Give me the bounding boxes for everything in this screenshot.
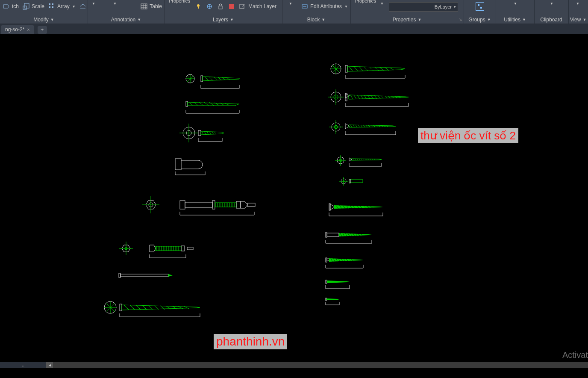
panel-title-block[interactable]: Block▼ xyxy=(282,17,350,23)
panel-title-view[interactable]: View▼ xyxy=(568,17,588,23)
match-layer-button[interactable]: Match Layer xyxy=(239,3,276,10)
new-tab-button[interactable]: + xyxy=(38,26,47,34)
svg-line-136 xyxy=(369,67,373,71)
ribbon: tch Scale Array ▼ Modify▼ xyxy=(0,0,588,24)
document-tab[interactable]: ng-so-2* × xyxy=(1,25,34,34)
layer-color-icon[interactable] xyxy=(228,3,235,10)
stretch-button[interactable]: tch xyxy=(3,3,19,10)
svg-rect-105 xyxy=(121,274,168,277)
drawing-canvas[interactable]: thư viện ốc vít số 2 phanthinh.vn xyxy=(0,34,588,368)
panel-title-utilities[interactable]: Utilities▼ xyxy=(496,17,534,23)
dimension-dropdown[interactable]: ▼ xyxy=(112,0,117,6)
svg-line-198 xyxy=(372,159,373,160)
annotation-watermark: phanthinh.vn xyxy=(214,334,287,349)
svg-rect-244 xyxy=(326,280,327,284)
scale-button[interactable]: Scale xyxy=(22,3,44,10)
svg-line-197 xyxy=(370,159,371,160)
svg-line-56 xyxy=(212,132,214,134)
panel-title-modify[interactable]: Modify▼ xyxy=(0,17,88,23)
panel-groups: Group Groups▼ xyxy=(464,0,496,24)
panel-title-properties[interactable]: Properties▼ xyxy=(350,17,464,23)
svg-rect-3 xyxy=(52,3,53,5)
trim-icon xyxy=(79,3,87,10)
screw-block xyxy=(179,125,248,143)
svg-line-176 xyxy=(371,125,373,127)
svg-line-168 xyxy=(350,125,352,127)
svg-rect-64 xyxy=(185,202,212,207)
svg-line-39 xyxy=(189,102,193,106)
svg-line-116 xyxy=(136,305,141,310)
svg-rect-58 xyxy=(175,159,181,170)
match-properties-button[interactable]: Match Properties xyxy=(355,0,376,3)
match-layer-icon xyxy=(239,3,247,10)
screw-block xyxy=(329,203,393,219)
svg-rect-112 xyxy=(120,304,122,311)
svg-rect-63 xyxy=(180,201,185,209)
panel-title-layers[interactable]: Layers▼ xyxy=(165,17,282,23)
svg-rect-246 xyxy=(326,298,326,301)
screw-block xyxy=(184,98,248,115)
svg-rect-0 xyxy=(23,6,26,9)
layer-freeze-icon[interactable] xyxy=(206,3,213,10)
match-properties-dropdown[interactable]: ▼ xyxy=(379,0,384,6)
panel-layers: Layer Properties Match Layer Layers▼ xyxy=(165,0,282,24)
screw-block xyxy=(143,197,263,216)
screw-block xyxy=(175,158,226,176)
svg-line-114 xyxy=(124,305,129,310)
annotation-title: thư viện ốc vít số 2 xyxy=(418,128,518,143)
svg-rect-221 xyxy=(327,233,339,236)
text-dropdown[interactable]: ▼ xyxy=(91,0,95,6)
panel-clipboard: Paste ▼ Clipboard xyxy=(534,0,569,24)
svg-line-46 xyxy=(225,103,229,105)
screw-block xyxy=(326,257,373,270)
panel-title-groups[interactable]: Groups▼ xyxy=(464,17,496,23)
svg-rect-23 xyxy=(480,7,482,9)
panel-title-annotation[interactable]: Annotation▼ xyxy=(88,17,165,23)
svg-marker-86 xyxy=(150,245,156,252)
layer-properties-button[interactable]: Layer Properties xyxy=(169,0,190,3)
paste-dropdown[interactable]: ▼ xyxy=(534,0,568,6)
svg-line-147 xyxy=(350,95,353,99)
svg-line-33 xyxy=(214,77,217,80)
svg-marker-80 xyxy=(241,201,247,208)
table-button[interactable]: Table xyxy=(140,3,162,10)
layer-on-icon[interactable] xyxy=(194,3,202,10)
layer-lock-icon[interactable] xyxy=(217,3,224,10)
panel-view: Base ▼ View▼ xyxy=(568,0,588,24)
screw-block xyxy=(329,121,402,138)
svg-rect-37 xyxy=(186,101,188,106)
svg-line-32 xyxy=(209,77,213,80)
screw-block xyxy=(329,90,410,108)
measure-dropdown[interactable]: ▼ xyxy=(496,0,534,6)
scroll-left-button[interactable]: ◂ xyxy=(46,362,53,368)
svg-marker-187 xyxy=(349,158,352,161)
table-icon xyxy=(140,3,148,10)
screw-block xyxy=(340,177,374,189)
svg-rect-81 xyxy=(247,203,255,207)
svg-rect-2 xyxy=(49,3,50,5)
horizontal-scrollbar[interactable]: ◂ xyxy=(46,362,588,368)
linetype-selector[interactable]: ByLayer ▾ xyxy=(389,2,458,12)
svg-line-132 xyxy=(349,66,353,71)
svg-rect-5 xyxy=(52,6,53,8)
screw-block xyxy=(103,300,205,319)
group-icon[interactable] xyxy=(476,2,484,11)
svg-line-45 xyxy=(220,103,224,105)
svg-rect-102 xyxy=(181,246,185,251)
dialog-launcher-icon[interactable]: ↘ xyxy=(459,17,462,22)
array-icon xyxy=(48,3,56,10)
svg-marker-245 xyxy=(327,281,350,283)
base-dropdown[interactable]: ▼ xyxy=(575,0,579,6)
edit-attributes-button[interactable]: Edit Attributes▼ xyxy=(301,3,348,10)
svg-rect-22 xyxy=(478,4,479,6)
screw-block xyxy=(119,272,179,283)
svg-line-115 xyxy=(130,305,135,310)
array-button[interactable]: Array ▼ xyxy=(48,3,76,10)
svg-line-138 xyxy=(379,67,384,71)
model-tab-area[interactable]: .. xyxy=(0,362,46,368)
svg-line-31 xyxy=(205,77,209,80)
modify-trim-button[interactable] xyxy=(79,3,87,10)
svg-line-57 xyxy=(215,132,216,134)
svg-marker-106 xyxy=(168,274,173,277)
tab-close-icon[interactable]: × xyxy=(27,27,29,32)
